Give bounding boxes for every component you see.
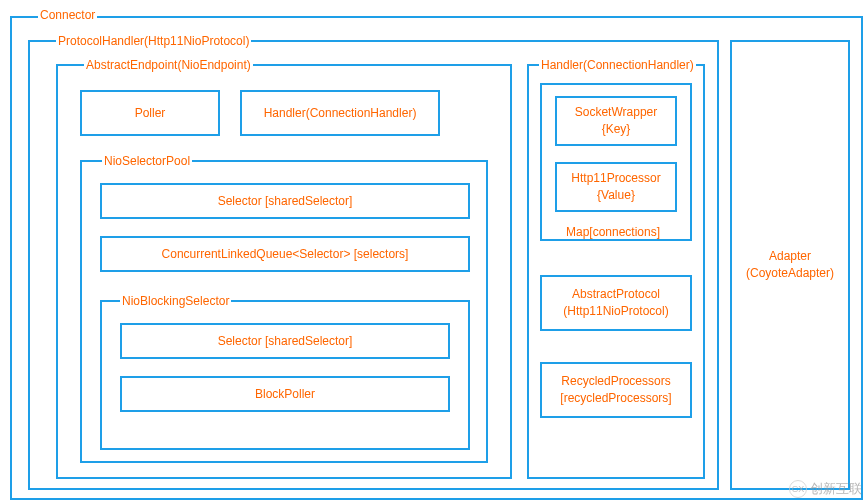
- shared-selector-box-1: Selector [sharedSelector]: [100, 183, 470, 219]
- watermark: CX 创新互联: [789, 480, 862, 498]
- poller-box: Poller: [80, 90, 220, 136]
- connector-label: Connector: [38, 8, 97, 22]
- block-poller-label: BlockPoller: [255, 386, 315, 403]
- protocol-handler-label: ProtocolHandler(Http11NioProtocol): [56, 34, 251, 48]
- abstract-protocol-box: AbstractProtocol (Http11NioProtocol): [540, 275, 692, 331]
- http11-processor-label: Http11Processor {Value}: [571, 170, 660, 204]
- nio-selector-pool-label: NioSelectorPool: [102, 154, 192, 168]
- socket-wrapper-box: SocketWrapper {Key}: [555, 96, 677, 146]
- adapter-box: Adapter (CoyoteAdapter): [730, 40, 850, 490]
- recycled-processors-box: RecycledProcessors [recycledProcessors]: [540, 362, 692, 418]
- http11-processor-box: Http11Processor {Value}: [555, 162, 677, 212]
- concurrent-queue-label: ConcurrentLinkedQueue<Selector> [selecto…: [162, 246, 409, 263]
- shared-selector-label-1: Selector [sharedSelector]: [218, 193, 353, 210]
- recycled-processors-label: RecycledProcessors [recycledProcessors]: [560, 373, 671, 407]
- shared-selector-label-2: Selector [sharedSelector]: [218, 333, 353, 350]
- map-connections-label: Map[connections]: [566, 225, 660, 239]
- nio-blocking-selector-label: NioBlockingSelector: [120, 294, 231, 308]
- abstract-endpoint-label: AbstractEndpoint(NioEndpoint): [84, 58, 253, 72]
- poller-label: Poller: [135, 105, 166, 122]
- endpoint-handler-box: Handler(ConnectionHandler): [240, 90, 440, 136]
- connection-handler-label: Handler(ConnectionHandler): [539, 58, 696, 72]
- watermark-text: 创新互联: [810, 480, 862, 498]
- watermark-icon: CX: [789, 480, 807, 498]
- block-poller-box: BlockPoller: [120, 376, 450, 412]
- abstract-protocol-label: AbstractProtocol (Http11NioProtocol): [563, 286, 668, 320]
- adapter-label: Adapter (CoyoteAdapter): [746, 248, 834, 282]
- shared-selector-box-2: Selector [sharedSelector]: [120, 323, 450, 359]
- endpoint-handler-label: Handler(ConnectionHandler): [264, 105, 417, 122]
- socket-wrapper-label: SocketWrapper {Key}: [575, 104, 657, 138]
- concurrent-queue-box: ConcurrentLinkedQueue<Selector> [selecto…: [100, 236, 470, 272]
